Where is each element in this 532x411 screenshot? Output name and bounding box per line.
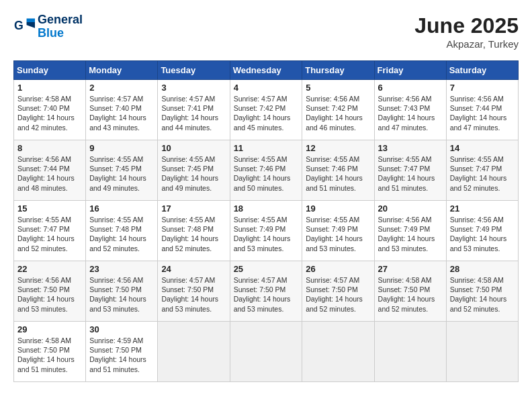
calendar-cell: 29 Sunrise: 4:58 AM Sunset: 7:50 PM Dayl… [14, 322, 86, 382]
day-info: Sunrise: 4:56 AM Sunset: 7:43 PM Dayligh… [378, 94, 443, 132]
daylight-label: Daylight: 14 hoursand 53 minutes. [378, 234, 435, 252]
day-number: 27 [378, 264, 443, 274]
weekday-header: Thursday [302, 61, 374, 80]
sunrise-label: Sunrise: [378, 276, 404, 284]
sunset-label: Sunset: [89, 165, 114, 173]
daylight-label: Daylight: 14 hoursand 52 minutes. [89, 234, 146, 252]
calendar-cell [374, 322, 446, 382]
sunrise-label: Sunrise: [161, 155, 187, 163]
svg-marker-3 [27, 22, 35, 28]
daylight-label: Daylight: 14 hoursand 48 minutes. [17, 174, 75, 191]
day-number: 29 [17, 324, 82, 334]
day-number: 10 [161, 143, 226, 153]
day-info: Sunrise: 4:56 AM Sunset: 7:42 PM Dayligh… [306, 94, 370, 132]
page-header: G General Blue June 2025 Akpazar, Turkey [13, 13, 519, 50]
day-info: Sunrise: 4:57 AM Sunset: 7:42 PM Dayligh… [234, 94, 299, 132]
calendar-cell: 4 Sunrise: 4:57 AM Sunset: 7:42 PM Dayli… [230, 80, 302, 140]
daylight-label: Daylight: 14 hoursand 51 minutes. [89, 355, 146, 373]
calendar-cell: 3 Sunrise: 4:57 AM Sunset: 7:41 PM Dayli… [158, 80, 230, 140]
weekday-header: Wednesday [230, 61, 302, 80]
svg-text:G: G [14, 18, 24, 32]
calendar-cell: 18 Sunrise: 4:55 AM Sunset: 7:49 PM Dayl… [230, 201, 302, 261]
day-number: 1 [17, 83, 82, 93]
day-number: 6 [378, 83, 443, 93]
sunset-label: Sunset: [161, 225, 185, 233]
calendar-subtitle: Akpazar, Turkey [414, 38, 519, 50]
day-info: Sunrise: 4:57 AM Sunset: 7:50 PM Dayligh… [161, 275, 226, 314]
calendar-cell: 19 Sunrise: 4:55 AM Sunset: 7:49 PM Dayl… [302, 201, 374, 261]
sunrise-label: Sunrise: [17, 276, 44, 284]
sunrise-label: Sunrise: [450, 95, 476, 103]
sunrise-label: Sunrise: [17, 155, 44, 163]
day-number: 4 [234, 83, 299, 93]
sunrise-label: Sunrise: [378, 216, 404, 224]
sunset-label: Sunset: [17, 165, 42, 173]
calendar-cell: 10 Sunrise: 4:55 AM Sunset: 7:45 PM Dayl… [158, 140, 230, 201]
sunset-label: Sunset: [17, 346, 42, 354]
day-info: Sunrise: 4:55 AM Sunset: 7:47 PM Dayligh… [17, 215, 82, 253]
sunrise-label: Sunrise: [89, 336, 116, 345]
day-number: 17 [161, 203, 226, 214]
sunrise-label: Sunrise: [17, 336, 44, 345]
day-number: 12 [306, 143, 370, 153]
calendar-cell: 20 Sunrise: 4:56 AM Sunset: 7:49 PM Dayl… [374, 201, 446, 261]
sunset-label: Sunset: [306, 285, 330, 293]
daylight-label: Daylight: 14 hoursand 52 minutes. [450, 174, 507, 191]
calendar-table: SundayMondayTuesdayWednesdayThursdayFrid… [13, 60, 519, 382]
sunrise-label: Sunrise: [450, 155, 476, 163]
day-number: 5 [306, 83, 370, 93]
sunset-label: Sunset: [161, 285, 185, 293]
day-info: Sunrise: 4:55 AM Sunset: 7:49 PM Dayligh… [234, 215, 299, 253]
calendar-cell: 2 Sunrise: 4:57 AM Sunset: 7:40 PM Dayli… [86, 80, 158, 140]
day-info: Sunrise: 4:55 AM Sunset: 7:46 PM Dayligh… [234, 154, 299, 193]
daylight-label: Daylight: 14 hoursand 53 minutes. [17, 295, 75, 312]
daylight-label: Daylight: 14 hoursand 52 minutes. [161, 234, 218, 252]
sunrise-label: Sunrise: [234, 95, 260, 103]
daylight-label: Daylight: 14 hoursand 47 minutes. [378, 113, 435, 131]
calendar-cell: 7 Sunrise: 4:56 AM Sunset: 7:44 PM Dayli… [446, 80, 518, 140]
sunrise-label: Sunrise: [161, 95, 187, 103]
day-number: 15 [17, 203, 82, 214]
sunset-label: Sunset: [234, 165, 258, 173]
day-number: 8 [17, 143, 82, 153]
calendar-cell [230, 322, 302, 382]
calendar-cell: 11 Sunrise: 4:55 AM Sunset: 7:46 PM Dayl… [230, 140, 302, 201]
sunrise-label: Sunrise: [306, 216, 332, 224]
day-info: Sunrise: 4:56 AM Sunset: 7:50 PM Dayligh… [17, 275, 82, 314]
day-number: 24 [161, 264, 226, 274]
sunset-label: Sunset: [89, 225, 114, 233]
day-number: 9 [89, 143, 154, 153]
day-info: Sunrise: 4:56 AM Sunset: 7:49 PM Dayligh… [450, 215, 515, 253]
daylight-label: Daylight: 14 hoursand 52 minutes. [17, 234, 75, 252]
day-number: 26 [306, 264, 370, 274]
title-block: June 2025 Akpazar, Turkey [414, 13, 519, 50]
day-info: Sunrise: 4:57 AM Sunset: 7:50 PM Dayligh… [306, 275, 370, 314]
day-info: Sunrise: 4:58 AM Sunset: 7:50 PM Dayligh… [450, 275, 515, 314]
daylight-label: Daylight: 14 hoursand 52 minutes. [450, 295, 507, 312]
day-number: 16 [89, 203, 154, 214]
sunrise-label: Sunrise: [450, 276, 476, 284]
calendar-cell: 6 Sunrise: 4:56 AM Sunset: 7:43 PM Dayli… [374, 80, 446, 140]
sunset-label: Sunset: [378, 225, 402, 233]
day-info: Sunrise: 4:55 AM Sunset: 7:47 PM Dayligh… [450, 154, 515, 193]
daylight-label: Daylight: 14 hoursand 46 minutes. [306, 113, 363, 131]
logo-text-line1: General [38, 13, 83, 27]
calendar-cell [158, 322, 230, 382]
sunset-label: Sunset: [378, 285, 402, 293]
sunrise-label: Sunrise: [234, 155, 260, 163]
daylight-label: Daylight: 14 hoursand 51 minutes. [306, 174, 363, 191]
calendar-cell: 16 Sunrise: 4:55 AM Sunset: 7:48 PM Dayl… [86, 201, 158, 261]
day-number: 25 [234, 264, 299, 274]
day-number: 21 [450, 203, 515, 214]
daylight-label: Daylight: 14 hoursand 43 minutes. [89, 113, 146, 131]
daylight-label: Daylight: 14 hoursand 45 minutes. [234, 113, 291, 131]
calendar-cell: 17 Sunrise: 4:55 AM Sunset: 7:48 PM Dayl… [158, 201, 230, 261]
sunrise-label: Sunrise: [378, 155, 404, 163]
sunrise-label: Sunrise: [378, 95, 404, 103]
day-number: 22 [17, 264, 82, 274]
day-number: 3 [161, 83, 226, 93]
sunset-label: Sunset: [89, 346, 114, 354]
day-info: Sunrise: 4:56 AM Sunset: 7:50 PM Dayligh… [89, 275, 154, 314]
sunrise-label: Sunrise: [450, 216, 476, 224]
daylight-label: Daylight: 14 hoursand 52 minutes. [306, 295, 363, 312]
